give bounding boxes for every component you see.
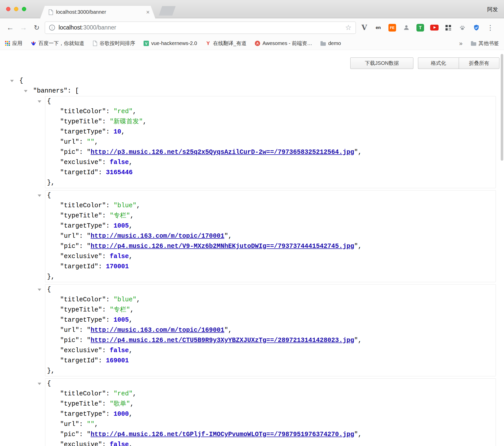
json-key: "exclusive" bbox=[60, 441, 102, 446]
collapse-all-button[interactable]: 折叠所有 bbox=[459, 57, 499, 69]
shield-check-extension-icon[interactable] bbox=[472, 23, 481, 32]
bookmark-youdao[interactable]: Y 在线翻译_有道 bbox=[205, 40, 246, 47]
json-array-open: "banners": [ bbox=[0, 86, 500, 96]
json-string-value: "" bbox=[87, 138, 94, 146]
minimize-window-button[interactable] bbox=[14, 7, 18, 11]
folder-icon bbox=[471, 42, 476, 46]
json-key: "titleColor" bbox=[60, 202, 106, 209]
back-button[interactable]: ← bbox=[4, 23, 17, 32]
collapse-toggle-icon[interactable] bbox=[10, 80, 14, 82]
t-shield-extension-icon[interactable]: T bbox=[416, 24, 424, 32]
json-key: "titleColor" bbox=[60, 108, 106, 115]
json-link[interactable]: http://p4.music.126.net/CTU5B9R9y3XyYBZX… bbox=[91, 337, 354, 344]
collapse-toggle-icon[interactable] bbox=[38, 289, 41, 291]
page-content: 下载JSON数据 格式化 折叠所有 {"banners": [{"titleCo… bbox=[0, 50, 504, 446]
json-number-value: false bbox=[110, 441, 129, 446]
json-object-open: { bbox=[45, 96, 496, 107]
json-number-value: 1000 bbox=[114, 410, 129, 418]
youtube-extension-icon[interactable] bbox=[430, 23, 439, 32]
tab-title: localhost:3000/banner bbox=[56, 9, 146, 15]
vimium-extension-icon[interactable]: V bbox=[361, 23, 367, 32]
bookmarks-overflow-icon[interactable]: » bbox=[459, 40, 463, 47]
json-key: "typeTitle" bbox=[60, 400, 102, 408]
bookmark-star-icon[interactable]: ☆ bbox=[345, 24, 352, 31]
profile-name[interactable]: 阿发 bbox=[487, 6, 498, 13]
json-object-open: { bbox=[45, 285, 496, 295]
new-tab-button[interactable] bbox=[159, 6, 176, 16]
json-property: "pic": "http://p4.music.126.net/V9-MXz6b… bbox=[45, 241, 496, 251]
translate-extension-icon[interactable]: en bbox=[376, 25, 381, 30]
page-info-icon[interactable]: i bbox=[49, 25, 55, 31]
fehelper-extension-icon[interactable]: FE bbox=[388, 24, 396, 32]
bookmark-awesomes[interactable]: A Awesomes - 前端资… bbox=[255, 40, 312, 47]
json-object-close: }, bbox=[45, 366, 496, 376]
json-link[interactable]: http://p4.music.126.net/tGPljf-IMOCyPvum… bbox=[91, 431, 354, 438]
json-property: "url": "http://music.163.com/m/topic/170… bbox=[45, 231, 496, 241]
bookmark-baidu[interactable]: 百度一下，你就知道 bbox=[31, 40, 84, 47]
json-key: "url" bbox=[60, 421, 79, 428]
other-bookmarks-label: 其他书签 bbox=[479, 40, 499, 47]
download-json-button[interactable]: 下载JSON数据 bbox=[350, 57, 413, 69]
json-object: {"titleColor": "blue","typeTitle": "专栏",… bbox=[45, 190, 496, 282]
json-number-value: 10 bbox=[114, 128, 121, 136]
json-property: "pic": "http://p4.music.126.net/tGPljf-I… bbox=[45, 429, 496, 440]
json-number-value: 1005 bbox=[114, 316, 129, 324]
apps-label: 应用 bbox=[12, 40, 22, 47]
json-property: "targetType": 1005, bbox=[45, 315, 496, 325]
zoom-window-button[interactable] bbox=[22, 7, 26, 11]
bookmark-label: 百度一下，你就知道 bbox=[38, 40, 84, 47]
json-property: "targetType": 1000, bbox=[45, 409, 496, 419]
json-string-value: "red" bbox=[114, 390, 133, 397]
browser-menu-icon[interactable]: ⋮ bbox=[487, 24, 494, 32]
bookmark-vue-hackernews[interactable]: V vue-hackernews-2.0 bbox=[144, 40, 197, 46]
paw-extension-icon[interactable] bbox=[458, 23, 467, 32]
json-key: "pic" bbox=[60, 337, 79, 344]
json-key: "pic" bbox=[60, 431, 79, 438]
bookmark-label: vue-hackernews-2.0 bbox=[151, 40, 197, 46]
browser-tab[interactable]: localhost:3000/banner × bbox=[40, 6, 155, 18]
collapse-toggle-icon[interactable] bbox=[38, 195, 41, 197]
json-property: "exclusive": false, bbox=[45, 346, 496, 356]
document-icon bbox=[93, 41, 97, 46]
people-extension-icon[interactable] bbox=[402, 23, 411, 32]
url-text[interactable]: localhost:3000/banner bbox=[59, 24, 116, 31]
json-property: "typeTitle": "专栏", bbox=[45, 211, 496, 221]
json-number-value: 1005 bbox=[114, 222, 129, 230]
json-key: "targetId" bbox=[60, 357, 98, 364]
json-property: "titleColor": "red", bbox=[45, 389, 496, 399]
json-number-value: 169001 bbox=[106, 357, 129, 364]
collapse-toggle-icon[interactable] bbox=[24, 90, 27, 92]
close-window-button[interactable] bbox=[6, 7, 10, 11]
json-property: "exclusive": false, bbox=[45, 440, 496, 446]
baidu-paw-icon bbox=[31, 41, 36, 46]
json-key: "typeTitle" bbox=[60, 212, 102, 219]
collapse-toggle-icon[interactable] bbox=[38, 100, 41, 103]
reload-button[interactable]: ↻ bbox=[30, 24, 43, 32]
json-key: "exclusive" bbox=[60, 159, 102, 166]
collapse-toggle-icon[interactable] bbox=[38, 383, 41, 385]
apps-shortcut[interactable]: 应用 bbox=[5, 40, 22, 47]
json-property: "pic": "http://p3.music.126.net/s25q2x5Q… bbox=[45, 147, 496, 157]
format-button[interactable]: 格式化 bbox=[418, 57, 459, 69]
bookmark-folder-demo[interactable]: demo bbox=[320, 40, 341, 46]
other-bookmarks[interactable]: 其他书签 bbox=[471, 40, 499, 47]
json-key: "targetType" bbox=[60, 222, 106, 230]
json-link[interactable]: http://music.163.com/m/topic/170001 bbox=[91, 232, 224, 240]
json-root-open: { bbox=[0, 76, 500, 86]
json-string-value: "歌单" bbox=[110, 400, 130, 408]
json-link[interactable]: http://p4.music.126.net/V9-MXz6b2MNhEKju… bbox=[91, 243, 354, 250]
folder-icon bbox=[320, 42, 326, 46]
json-link[interactable]: http://music.163.com/m/topic/169001 bbox=[91, 326, 224, 334]
bookmark-google-sort[interactable]: 谷歌按时间排序 bbox=[93, 40, 135, 47]
json-number-value: false bbox=[110, 253, 129, 260]
tab-close-icon[interactable]: × bbox=[146, 9, 150, 15]
json-link[interactable]: http://p3.music.126.net/s25q2x5QyqsAzilC… bbox=[91, 148, 354, 156]
forward-button[interactable]: → bbox=[17, 23, 30, 32]
scrollbar-thumb[interactable] bbox=[501, 54, 503, 161]
json-string-value: "red" bbox=[114, 108, 133, 115]
address-bar[interactable]: i localhost:3000/banner ☆ bbox=[45, 22, 356, 34]
browser-toolbar: ← → ↻ i localhost:3000/banner ☆ V en FE … bbox=[0, 18, 504, 37]
awesomes-icon: A bbox=[255, 41, 260, 46]
qr-code-extension-icon[interactable] bbox=[444, 23, 453, 32]
json-key: "exclusive" bbox=[60, 347, 102, 354]
